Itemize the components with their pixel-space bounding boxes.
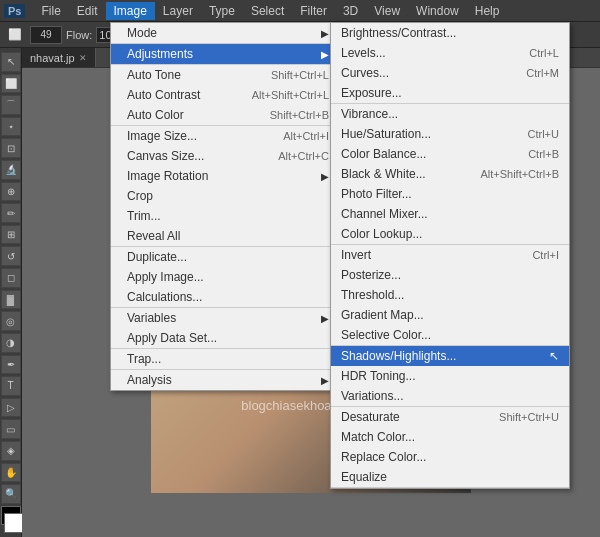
menu-crop[interactable]: Crop <box>111 186 339 206</box>
tool-clone[interactable]: ⊞ <box>1 225 21 245</box>
submenu-gradient-map[interactable]: Gradient Map... <box>331 305 569 325</box>
image-size-label: Image Size... <box>127 129 197 143</box>
tool-zoom[interactable]: 🔍 <box>1 484 21 504</box>
analysis-arrow-icon: ▶ <box>321 375 329 386</box>
tool-spot-heal[interactable]: ⊕ <box>1 182 21 202</box>
menu-calculations[interactable]: Calculations... <box>111 287 339 307</box>
hue-saturation-label: Hue/Saturation... <box>341 127 431 141</box>
tool-dodge[interactable]: ◑ <box>1 333 21 353</box>
submenu-replace-color[interactable]: Replace Color... <box>331 447 569 467</box>
image-size-shortcut: Alt+Ctrl+I <box>283 130 329 142</box>
menu-duplicate[interactable]: Duplicate... <box>111 247 339 267</box>
submenu-variations[interactable]: Variations... <box>331 386 569 406</box>
image-rotation-arrow-icon: ▶ <box>321 171 329 182</box>
tool-brush[interactable]: ✏ <box>1 203 21 223</box>
reveal-all-label: Reveal All <box>127 229 180 243</box>
submenu-threshold[interactable]: Threshold... <box>331 285 569 305</box>
menu-apply-image[interactable]: Apply Image... <box>111 267 339 287</box>
variables-arrow-icon: ▶ <box>321 313 329 324</box>
menu-variables[interactable]: Variables ▶ <box>111 308 339 328</box>
submenu-hue-saturation[interactable]: Hue/Saturation... Ctrl+U <box>331 124 569 144</box>
menu-layer[interactable]: Layer <box>155 2 201 20</box>
tool-magic-wand[interactable]: ⋆ <box>1 117 21 137</box>
adjustments-submenu[interactable]: Brightness/Contrast... Levels... Ctrl+L … <box>330 22 570 489</box>
brush-size-input[interactable] <box>30 26 62 44</box>
submenu-shadows-highlights[interactable]: Shadows/Highlights... ↖ <box>331 346 569 366</box>
menu-auto-color[interactable]: Auto Color Shift+Ctrl+B <box>111 105 339 125</box>
image-dropdown-menu[interactable]: Mode ▶ Adjustments ▶ Auto Tone Shift+Ctr… <box>110 22 340 391</box>
menu-3d[interactable]: 3D <box>335 2 366 20</box>
menu-image[interactable]: Image <box>106 2 155 20</box>
submenu-color-balance[interactable]: Color Balance... Ctrl+B <box>331 144 569 164</box>
menu-trap[interactable]: Trap... <box>111 349 339 369</box>
menu-canvas-size[interactable]: Canvas Size... Alt+Ctrl+C <box>111 146 339 166</box>
gradient-map-label: Gradient Map... <box>341 308 424 322</box>
tool-3d[interactable]: ◈ <box>1 441 21 461</box>
menu-image-rotation[interactable]: Image Rotation ▶ <box>111 166 339 186</box>
tool-eyedropper[interactable]: 🔬 <box>1 160 21 180</box>
document-tab[interactable]: nhavat.jp ✕ <box>22 48 96 67</box>
menu-analysis[interactable]: Analysis ▶ <box>111 370 339 390</box>
tool-pen[interactable]: ✒ <box>1 355 21 375</box>
menu-image-size[interactable]: Image Size... Alt+Ctrl+I <box>111 126 339 146</box>
tool-path-select[interactable]: ▷ <box>1 398 21 418</box>
submenu-vibrance[interactable]: Vibrance... <box>331 104 569 124</box>
submenu-brightness-contrast[interactable]: Brightness/Contrast... <box>331 23 569 43</box>
submenu-black-white[interactable]: Black & White... Alt+Shift+Ctrl+B <box>331 164 569 184</box>
tool-move[interactable]: ↖ <box>1 52 21 72</box>
submenu-hdr-toning[interactable]: HDR Toning... <box>331 366 569 386</box>
adjustments-arrow-icon: ▶ <box>321 49 329 60</box>
menu-adjustments[interactable]: Adjustments ▶ <box>111 44 339 64</box>
menu-file[interactable]: File <box>33 2 68 20</box>
tool-blur[interactable]: ◎ <box>1 311 21 331</box>
tool-eraser[interactable]: ◻ <box>1 268 21 288</box>
menu-auto-tone[interactable]: Auto Tone Shift+Ctrl+L <box>111 65 339 85</box>
submenu-curves[interactable]: Curves... Ctrl+M <box>331 63 569 83</box>
submenu-selective-color[interactable]: Selective Color... <box>331 325 569 345</box>
submenu-levels[interactable]: Levels... Ctrl+L <box>331 43 569 63</box>
menu-mode[interactable]: Mode ▶ <box>111 23 339 43</box>
menu-view[interactable]: View <box>366 2 408 20</box>
menu-section-trap: Trap... <box>111 349 339 370</box>
menu-trim[interactable]: Trim... <box>111 206 339 226</box>
hdr-toning-label: HDR Toning... <box>341 369 415 383</box>
brightness-contrast-label: Brightness/Contrast... <box>341 26 456 40</box>
submenu-posterize[interactable]: Posterize... <box>331 265 569 285</box>
menu-section-duplicate: Duplicate... Apply Image... Calculations… <box>111 247 339 308</box>
cursor-icon: ↖ <box>549 349 559 363</box>
flow-label: Flow: <box>66 29 92 41</box>
menu-type[interactable]: Type <box>201 2 243 20</box>
menu-select[interactable]: Select <box>243 2 292 20</box>
menu-adjustments-label: Adjustments <box>127 47 193 61</box>
submenu-color-lookup[interactable]: Color Lookup... <box>331 224 569 244</box>
submenu-invert[interactable]: Invert Ctrl+I <box>331 245 569 265</box>
auto-contrast-label: Auto Contrast <box>127 88 200 102</box>
submenu-photo-filter[interactable]: Photo Filter... <box>331 184 569 204</box>
tool-type[interactable]: T <box>1 376 21 396</box>
submenu-channel-mixer[interactable]: Channel Mixer... <box>331 204 569 224</box>
tool-gradient[interactable]: ▓ <box>1 290 21 310</box>
vibrance-label: Vibrance... <box>341 107 398 121</box>
background-color[interactable] <box>4 513 24 533</box>
menu-window[interactable]: Window <box>408 2 467 20</box>
submenu-equalize[interactable]: Equalize <box>331 467 569 487</box>
submenu-exposure[interactable]: Exposure... <box>331 83 569 103</box>
tool-crop[interactable]: ⊡ <box>1 138 21 158</box>
tool-lasso[interactable]: ⌒ <box>1 95 21 115</box>
menu-bar: Ps File Edit Image Layer Type Select Fil… <box>0 0 600 22</box>
black-white-shortcut: Alt+Shift+Ctrl+B <box>480 168 559 180</box>
menu-help[interactable]: Help <box>467 2 508 20</box>
submenu-desaturate[interactable]: Desaturate Shift+Ctrl+U <box>331 407 569 427</box>
submenu-match-color[interactable]: Match Color... <box>331 427 569 447</box>
auto-color-shortcut: Shift+Ctrl+B <box>270 109 329 121</box>
menu-filter[interactable]: Filter <box>292 2 335 20</box>
menu-reveal-all[interactable]: Reveal All <box>111 226 339 246</box>
tool-history[interactable]: ↺ <box>1 246 21 266</box>
menu-apply-data-set[interactable]: Apply Data Set... <box>111 328 339 348</box>
menu-edit[interactable]: Edit <box>69 2 106 20</box>
tool-shape[interactable]: ▭ <box>1 419 21 439</box>
menu-auto-contrast[interactable]: Auto Contrast Alt+Shift+Ctrl+L <box>111 85 339 105</box>
tool-hand[interactable]: ✋ <box>1 463 21 483</box>
tool-marquee[interactable]: ⬜ <box>1 74 21 94</box>
doc-tab-close[interactable]: ✕ <box>79 53 87 63</box>
